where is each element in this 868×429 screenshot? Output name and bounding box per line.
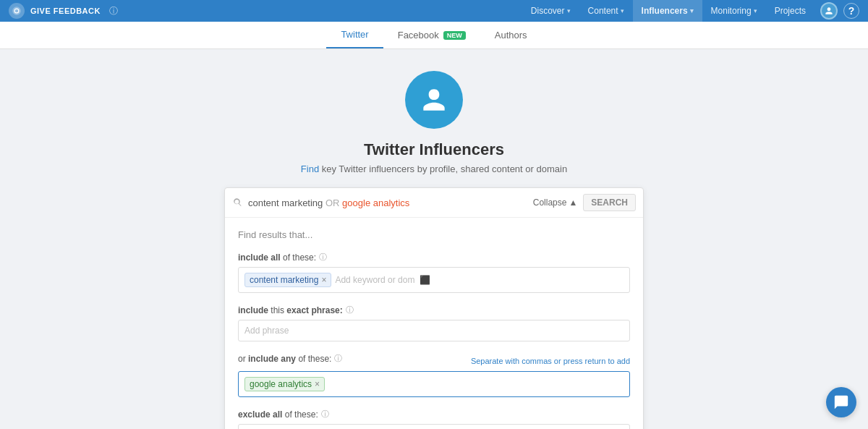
feedback-label[interactable]: GIVE FEEDBACK — [30, 7, 101, 15]
hero-subtitle-rest: key Twitter influencers by profile, shar… — [319, 163, 567, 174]
search-top-row: content marketing OR google analytics Co… — [225, 188, 643, 218]
chat-bubble[interactable] — [826, 387, 856, 417]
svg-point-0 — [12, 7, 21, 15]
search-icon — [232, 197, 242, 208]
tab-twitter[interactable]: Twitter — [326, 22, 383, 48]
nav-monitoring[interactable]: Monitoring ▾ — [702, 0, 766, 22]
include-any-hint: Separate with commas or press return to … — [471, 357, 630, 365]
collapse-label: Collapse — [533, 197, 567, 208]
help-button[interactable]: ? — [843, 3, 859, 19]
search-query-display[interactable]: content marketing OR google analytics — [248, 197, 527, 208]
tab-authors[interactable]: Authors — [480, 22, 542, 48]
nav-discover-chevron: ▾ — [567, 7, 571, 14]
nav-influencers-chevron: ▾ — [690, 7, 694, 14]
tag-google-analytics: google analytics × — [244, 377, 325, 391]
tag-google-analytics-close[interactable]: × — [315, 380, 320, 388]
exact-phrase-input[interactable] — [238, 320, 630, 341]
facebook-badge: NEW — [443, 31, 466, 40]
nav-discover[interactable]: Discover ▾ — [522, 0, 579, 22]
search-container: content marketing OR google analytics Co… — [224, 187, 644, 429]
include-any-input[interactable]: google analytics × — [238, 371, 630, 397]
nav-influencers-label: Influencers — [642, 6, 688, 16]
include-all-icon: ⬛ — [420, 275, 430, 285]
nav-discover-label: Discover — [531, 6, 565, 16]
hero-subtitle-find: Find — [301, 163, 319, 174]
tab-authors-label: Authors — [495, 30, 527, 41]
panel-title: Find results that... — [238, 229, 630, 240]
nav-monitoring-label: Monitoring — [711, 6, 752, 16]
advanced-panel: Find results that... include all of thes… — [225, 218, 643, 429]
tab-facebook[interactable]: Facebook NEW — [383, 22, 480, 48]
hero-subtitle: Find key Twitter influencers by profile,… — [301, 163, 567, 174]
tag-google-analytics-text: google analytics — [250, 379, 312, 389]
include-any-header: or include any of these: ⓘ Separate with… — [238, 353, 630, 368]
top-navigation: GIVE FEEDBACK ⓘ Discover ▾ Content ▾ Inf… — [0, 0, 868, 22]
include-all-label: include all of these: ⓘ — [238, 252, 630, 263]
exclude-all-input[interactable] — [238, 424, 630, 429]
exclude-all-label: exclude all of these: ⓘ — [238, 409, 630, 420]
collapse-button[interactable]: Collapse ▲ — [533, 197, 578, 208]
tag-content-marketing: content marketing × — [244, 273, 331, 287]
include-all-info-icon[interactable]: ⓘ — [319, 252, 327, 263]
main-content: Twitter Influencers Find key Twitter inf… — [0, 49, 868, 429]
search-top-button[interactable]: SEARCH — [583, 194, 636, 211]
tab-bar: Twitter Facebook NEW Authors — [0, 22, 868, 49]
nav-projects[interactable]: Projects — [766, 0, 814, 22]
logo[interactable] — [9, 3, 25, 19]
exact-phrase-label: include this exact phrase: ⓘ — [238, 305, 630, 315]
tab-twitter-label: Twitter — [341, 29, 368, 40]
tag-content-marketing-text: content marketing — [250, 275, 318, 285]
include-all-text: include all of these: — [238, 252, 316, 263]
exclude-all-group: exclude all of these: ⓘ — [238, 409, 630, 429]
include-any-info-icon[interactable]: ⓘ — [334, 353, 342, 364]
include-any-group: or include any of these: ⓘ Separate with… — [238, 353, 630, 397]
query-google-analytics: google analytics — [342, 197, 409, 208]
nav-projects-label: Projects — [775, 6, 806, 16]
exclude-all-info-icon[interactable]: ⓘ — [321, 409, 329, 420]
feedback-info-icon[interactable]: ⓘ — [109, 5, 118, 17]
main-menu: Discover ▾ Content ▾ Influencers ▾ Monit… — [522, 0, 814, 22]
nav-content[interactable]: Content ▾ — [579, 0, 633, 22]
collapse-chevron: ▲ — [569, 197, 577, 208]
nav-content-label: Content — [588, 6, 618, 16]
user-avatar[interactable] — [820, 2, 838, 20]
exact-phrase-info-icon[interactable]: ⓘ — [346, 305, 354, 315]
include-any-label: or include any of these: ⓘ — [238, 353, 342, 364]
hero-title: Twitter Influencers — [364, 140, 504, 159]
tag-content-marketing-close[interactable]: × — [321, 276, 326, 284]
exact-phrase-group: include this exact phrase: ⓘ — [238, 305, 630, 341]
include-all-group: include all of these: ⓘ content marketin… — [238, 252, 630, 293]
include-all-placeholder: Add keyword or dom — [335, 275, 414, 285]
include-all-input[interactable]: content marketing × Add keyword or dom ⬛ — [238, 267, 630, 293]
topnav-right: ? — [820, 2, 859, 20]
nav-content-chevron: ▾ — [621, 7, 624, 14]
tab-facebook-label: Facebook — [398, 30, 439, 41]
hero-icon — [405, 71, 463, 129]
nav-influencers[interactable]: Influencers ▾ — [633, 0, 702, 22]
nav-monitoring-chevron: ▾ — [754, 7, 757, 14]
query-content-marketing: content marketing — [248, 197, 323, 208]
